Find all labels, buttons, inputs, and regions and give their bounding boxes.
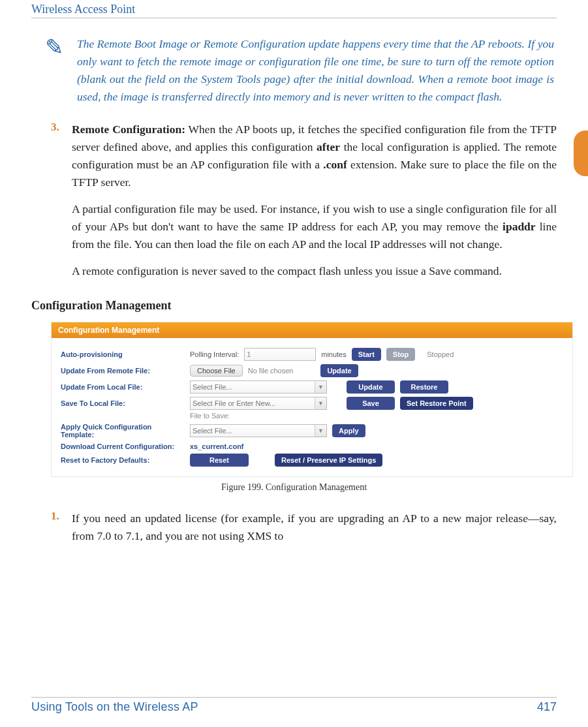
step-1: 1. If you need an updated license (for e… <box>51 510 557 554</box>
row-apply-template: Apply Quick Configuration Template: ▼ Ap… <box>61 423 563 439</box>
config-mgmt-heading: Configuration Management <box>31 299 557 313</box>
reset-preserve-button[interactable]: Reset / Preserve IP Settings <box>275 454 382 467</box>
callout-note: ✎ The Remote Boot Image or Remote Config… <box>31 35 557 106</box>
panel-header: Configuration Management <box>52 322 572 338</box>
chevron-down-icon[interactable]: ▼ <box>315 381 326 393</box>
label-save-local: Save To Local File: <box>61 399 185 407</box>
footer-section: Using Tools on the Wireless AP <box>31 700 198 714</box>
update-local-button[interactable]: Update <box>347 380 395 394</box>
label-update-local: Update From Local File: <box>61 383 185 391</box>
row-save-local: Save To Local File: ▼ Save Set Restore P… <box>61 397 563 410</box>
label-update-remote: Update From Remote File: <box>61 367 185 375</box>
step3-after: after <box>317 140 340 153</box>
template-input[interactable] <box>190 424 327 437</box>
save-file-input[interactable] <box>190 397 327 410</box>
no-file-chosen: No file chosen <box>248 367 294 375</box>
page-footer: Using Tools on the Wireless AP 417 <box>31 697 557 714</box>
step3-p2a: A partial configuration file may be used… <box>72 202 557 233</box>
polling-interval-input[interactable] <box>244 348 316 361</box>
footer-page-number: 417 <box>537 700 557 714</box>
local-file-input[interactable] <box>190 380 327 394</box>
stop-button[interactable]: Stop <box>386 348 415 361</box>
chevron-down-icon[interactable]: ▼ <box>315 425 326 437</box>
auto-prov-status: Stopped <box>427 350 454 358</box>
row-download-current: Download Current Configuration: xs_curre… <box>61 442 563 450</box>
step3-lead: Remote Configuration: <box>72 123 185 136</box>
config-mgmt-panel: Configuration Management Auto-provisioni… <box>51 322 573 477</box>
label-download-current: Download Current Configuration: <box>61 442 185 450</box>
file-to-save-sublabel: File to Save: <box>190 412 230 420</box>
label-apply-template: Apply Quick Configuration Template: <box>61 423 185 439</box>
step-3: 3. Remote Configuration: When the AP boo… <box>51 121 557 290</box>
figure-caption: Figure 199. Configuration Management <box>31 482 557 493</box>
pencil-note-icon: ✎ <box>31 35 77 106</box>
label-auto-provisioning: Auto-provisioning <box>61 350 185 358</box>
step-number: 1. <box>51 510 72 554</box>
row-auto-provisioning: Auto-provisioning Polling Interval: minu… <box>61 348 563 361</box>
apply-button[interactable]: Apply <box>332 424 365 437</box>
restore-button[interactable]: Restore <box>400 380 448 394</box>
step3-p3: A remote configuration is never saved to… <box>72 262 557 280</box>
set-restore-point-button[interactable]: Set Restore Point <box>400 397 473 410</box>
polling-unit: minutes <box>321 350 347 358</box>
row-update-local: Update From Local File: ▼ Update Restore <box>61 380 563 394</box>
step1-text: If you need an updated license (for exam… <box>72 510 557 545</box>
start-button[interactable]: Start <box>352 348 381 361</box>
note-text: The Remote Boot Image or Remote Configur… <box>77 35 557 106</box>
polling-interval-label: Polling Interval: <box>190 350 239 358</box>
running-header: Wireless Access Point <box>31 0 557 18</box>
row-file-to-save: File to Save: <box>61 412 563 420</box>
save-file-select[interactable]: ▼ <box>190 397 327 410</box>
download-conf-link[interactable]: xs_current.conf <box>190 442 244 450</box>
step-number: 3. <box>51 121 72 290</box>
template-select[interactable]: ▼ <box>190 424 327 437</box>
step3-conf: .conf <box>323 158 347 171</box>
row-reset-defaults: Reset to Factory Defaults: Reset Reset /… <box>61 454 563 467</box>
step3-ipaddr: ipaddr <box>503 220 536 233</box>
row-update-remote: Update From Remote File: Choose File No … <box>61 364 563 377</box>
page-tab-notch <box>574 131 588 176</box>
label-reset-defaults: Reset to Factory Defaults: <box>61 456 185 464</box>
save-button[interactable]: Save <box>347 397 395 410</box>
reset-button[interactable]: Reset <box>190 454 249 467</box>
update-remote-button[interactable]: Update <box>320 364 358 377</box>
chevron-down-icon[interactable]: ▼ <box>315 397 326 409</box>
choose-file-button[interactable]: Choose File <box>190 365 243 377</box>
local-file-select[interactable]: ▼ <box>190 380 327 394</box>
